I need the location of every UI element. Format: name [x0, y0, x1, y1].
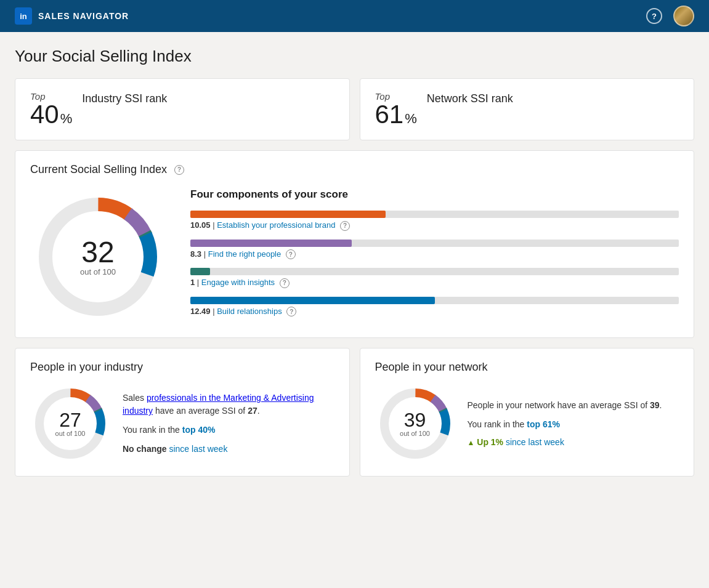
network-rank-title: Network SSI rank: [427, 92, 513, 105]
network-people-body: 39 out of 100 People in your network hav…: [375, 384, 679, 464]
page-title: Your Social Selling Index: [15, 47, 694, 66]
industry-rank-top-group: Top 40 %: [30, 91, 72, 127]
industry-people-body: 27 out of 100 Sales professionals in the…: [30, 384, 334, 464]
ssi-score: 32: [80, 238, 116, 267]
network-people-donut: 39 out of 100: [375, 384, 455, 464]
component-relationships-link[interactable]: Build relationships: [217, 307, 282, 316]
component-insights-label: 1 | Engage with insights ?: [190, 278, 679, 288]
industry-people-score: 27: [55, 410, 86, 430]
component-insights-bar: [190, 268, 210, 275]
component-insights-track: [190, 268, 679, 275]
ssi-card-body: 32 out of 100 Four components of your sc…: [30, 188, 679, 325]
industry-top-rank: top 40%: [182, 425, 216, 435]
ssi-title-help-icon[interactable]: ?: [174, 165, 184, 175]
component-people-bar: [190, 240, 352, 247]
network-people-score-sub: out of 100: [400, 430, 430, 437]
network-people-info: People in your network have an average S…: [468, 399, 679, 449]
network-rank-content: Top 61 % Network SSI rank: [375, 91, 679, 127]
network-people-card: People in your network 39 out of 100: [360, 348, 695, 477]
component-insights: 1 | Engage with insights ?: [190, 268, 679, 288]
components-title: Four components of your score: [190, 188, 679, 201]
network-rank-card: Top 61 % Network SSI rank: [360, 78, 695, 140]
network-people-title: People in your network: [375, 361, 679, 374]
components-section: Four components of your score 10.05 | Es…: [190, 188, 679, 325]
industry-no-change: No change: [123, 444, 167, 454]
network-since-text: since last week: [506, 437, 564, 447]
component-insights-help-icon[interactable]: ?: [280, 278, 290, 288]
component-brand-link[interactable]: Establish your professional brand: [217, 220, 335, 230]
component-brand-bar: [190, 211, 386, 218]
component-relationships-track: [190, 297, 679, 304]
ssi-card-title: Current Social Selling Index ?: [30, 163, 679, 176]
industry-people-score-center: 27 out of 100: [55, 410, 86, 437]
rank-cards-row: Top 40 % Industry SSI rank Top 61: [15, 78, 694, 140]
component-people-track: [190, 240, 679, 247]
main-content: Your Social Selling Index Top 40 % Indus…: [0, 32, 709, 491]
help-icon[interactable]: ?: [646, 8, 662, 24]
ssi-score-center: 32 out of 100: [80, 238, 116, 276]
up-text: Up 1%: [477, 437, 503, 447]
component-people-label: 8.3 | Find the right people ?: [190, 249, 679, 260]
industry-people-title: People in your industry: [30, 361, 334, 374]
component-people-help-icon[interactable]: ?: [286, 249, 296, 259]
linkedin-logo-icon: in: [15, 7, 32, 25]
industry-people-info: Sales professionals in the Marketing & A…: [123, 392, 334, 456]
network-rank-top-group: Top 61 %: [375, 91, 417, 127]
header: in SALES NAVIGATOR ?: [0, 0, 709, 32]
component-relationships-bar: [190, 297, 435, 304]
up-arrow-icon: ▲: [468, 438, 475, 447]
industry-rank-value: 40: [30, 102, 59, 127]
component-relationships: 12.49 | Build relationships ?: [190, 297, 679, 317]
industry-rank-content: Top 40 % Industry SSI rank: [30, 91, 334, 127]
bottom-row: People in your industry: [15, 348, 694, 477]
header-right: ?: [646, 6, 694, 26]
industry-rank-card: Top 40 % Industry SSI rank: [15, 78, 350, 140]
industry-people-card: People in your industry: [15, 348, 350, 477]
network-rank-value: 61: [375, 102, 404, 127]
industry-people-score-sub: out of 100: [55, 430, 86, 437]
component-people: 8.3 | Find the right people ?: [190, 240, 679, 260]
current-ssi-card: Current Social Selling Index ?: [15, 150, 694, 338]
industry-since-text: since last week: [167, 444, 228, 454]
component-people-link[interactable]: Find the right people: [208, 249, 282, 259]
network-rank-percent: %: [405, 111, 417, 127]
industry-people-donut: 27 out of 100: [30, 384, 110, 464]
component-brand-track: [190, 211, 679, 218]
network-top-rank: top 61%: [527, 419, 560, 429]
ssi-donut-chart: 32 out of 100: [30, 189, 166, 324]
app-title: SALES NAVIGATOR: [38, 11, 129, 21]
industry-rank-percent: %: [60, 111, 73, 127]
network-people-score-center: 39 out of 100: [400, 410, 430, 437]
component-brand-label: 10.05 | Establish your professional bran…: [190, 220, 679, 231]
ssi-score-sub: out of 100: [80, 267, 116, 276]
component-relationships-help-icon[interactable]: ?: [286, 307, 296, 316]
component-brand: 10.05 | Establish your professional bran…: [190, 211, 679, 231]
component-brand-help-icon[interactable]: ?: [340, 221, 350, 231]
network-people-score: 39: [400, 410, 430, 430]
component-insights-link[interactable]: Engage with insights: [201, 278, 275, 287]
avatar[interactable]: [673, 6, 694, 26]
industry-rank-title: Industry SSI rank: [82, 92, 167, 105]
header-left: in SALES NAVIGATOR: [15, 7, 129, 25]
component-relationships-label: 12.49 | Build relationships ?: [190, 307, 679, 317]
